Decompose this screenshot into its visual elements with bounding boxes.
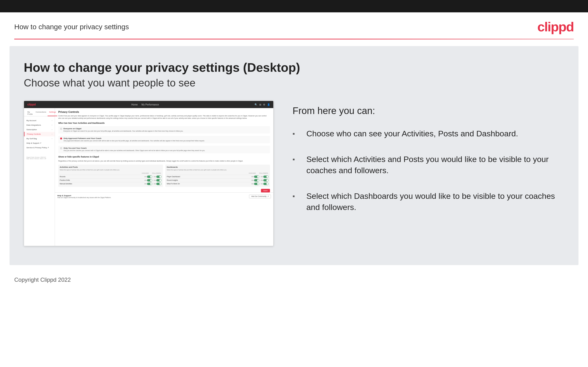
practice-drills-toggles: ON ON bbox=[144, 179, 162, 182]
privacy-controls-title: Privacy Controls bbox=[58, 110, 270, 113]
page-title: How to change your privacy settings bbox=[14, 23, 129, 31]
app-sidebar: My Profile Connections Settings My Accou… bbox=[24, 108, 55, 246]
app-screenshot: clippd Home My Performance 🔍 ⊞ ⚙ 👤 bbox=[24, 101, 274, 246]
help-title: Help & Support bbox=[57, 195, 111, 197]
practice-drills-coaches-toggle[interactable]: ON bbox=[144, 179, 152, 182]
player-followers-switch[interactable] bbox=[263, 175, 268, 178]
save-row: Save bbox=[58, 189, 270, 192]
what-coaches-switch[interactable] bbox=[254, 183, 259, 185]
radio-label-everyone: Everyone on Clippd bbox=[63, 128, 268, 130]
sidebar-item-privacy-controls[interactable]: Privacy Controls › bbox=[24, 132, 55, 136]
player-dashboard-toggles: ON ON bbox=[251, 175, 268, 178]
app-nav-icons: 🔍 ⊞ ⚙ 👤 bbox=[254, 103, 270, 106]
sidebar-label-service-privacy: Service & Privacy Policy ↗ bbox=[26, 147, 49, 149]
top-bar bbox=[0, 0, 588, 12]
toggle-row-rounds: Rounds ON ON bbox=[60, 175, 162, 178]
radio-option-everyone[interactable]: Everyone on Clippd Everyone on Clippd ca… bbox=[58, 126, 270, 133]
bullet-text-1: Choose who can see your Activities, Post… bbox=[306, 128, 518, 139]
rounds-coaches-switch[interactable] bbox=[147, 175, 152, 178]
help-description: Visit our Clippd community to troublesho… bbox=[57, 197, 111, 198]
player-dashboard-label: Player Dashboard bbox=[167, 176, 251, 177]
radio-label-approved: Only Approved Followers and Your Coach bbox=[63, 137, 268, 139]
sidebar-item-my-account[interactable]: My Account › bbox=[24, 118, 55, 123]
round-insights-followers-toggle[interactable]: ON bbox=[261, 179, 268, 182]
what-coaches-toggle[interactable]: ON bbox=[251, 183, 259, 185]
sidebar-item-my-golf-bag[interactable]: My Golf Bag › bbox=[24, 136, 55, 141]
header-divider bbox=[14, 39, 574, 39]
from-here-heading: From here you can: bbox=[293, 106, 564, 116]
round-coaches-switch[interactable] bbox=[254, 179, 259, 182]
radio-text-everyone: Everyone on Clippd Everyone on Clippd ca… bbox=[63, 128, 268, 132]
header: How to change your privacy settings clip… bbox=[0, 12, 588, 39]
sidebar-item-service-privacy[interactable]: Service & Privacy Policy ↗ bbox=[24, 145, 55, 150]
main-subheading: Choose what you want people to see bbox=[24, 77, 564, 89]
activities-posts-title: Activities and Posts bbox=[60, 166, 162, 168]
tab-connections[interactable]: Connections bbox=[34, 110, 48, 116]
chevron-icon: › bbox=[52, 119, 52, 122]
sidebar-label-my-account: My Account bbox=[26, 119, 36, 122]
help-section: Help & Support Visit our Clippd communit… bbox=[55, 192, 273, 200]
chevron-icon: › bbox=[52, 133, 52, 135]
external-link-icon: ↗ bbox=[267, 195, 269, 197]
main-content: How to change your privacy settings (Des… bbox=[9, 46, 579, 265]
sidebar-item-help-support[interactable]: Help & Support ↗ bbox=[24, 141, 55, 145]
save-button[interactable]: Save bbox=[261, 189, 270, 192]
sidebar-item-subscription[interactable]: Subscription › bbox=[24, 127, 55, 132]
sidebar-label-data-integrations: Data Integrations bbox=[26, 124, 41, 126]
visit-community-button[interactable]: Visit Our Community ↗ bbox=[249, 195, 271, 198]
manual-coaches-switch[interactable] bbox=[147, 183, 152, 185]
sidebar-tabs: My Profile Connections Settings bbox=[24, 110, 55, 117]
sidebar-label-privacy-controls: Privacy Controls bbox=[27, 133, 41, 135]
round-insights-coaches-toggle[interactable]: ON bbox=[251, 179, 259, 182]
radio-dot-everyone bbox=[60, 128, 62, 130]
manual-followers-toggle[interactable]: ON bbox=[154, 183, 162, 185]
toggle-row-what-to-work-on: What To Work On ON ON bbox=[167, 182, 268, 185]
player-dashboard-coaches-toggle[interactable]: ON bbox=[251, 175, 259, 178]
practice-coaches-switch[interactable] bbox=[147, 179, 152, 182]
radio-label-only-you: Only You and Your Coach bbox=[63, 147, 268, 149]
tab-my-profile[interactable]: My Profile bbox=[26, 110, 34, 116]
settings-icon[interactable]: ⚙ bbox=[263, 103, 265, 106]
round-followers-switch[interactable] bbox=[263, 179, 268, 182]
radio-dot-approved bbox=[60, 138, 62, 139]
two-column-layout: clippd Home My Performance 🔍 ⊞ ⚙ 👤 bbox=[24, 101, 564, 246]
bullet-item-2: Select which Activities and Posts you wo… bbox=[293, 154, 564, 176]
nav-home[interactable]: Home bbox=[131, 103, 138, 106]
manual-coaches-toggle[interactable]: ON bbox=[144, 183, 152, 185]
copyright-text: Copyright Clippd 2022 bbox=[14, 276, 71, 283]
player-dashboard-followers-toggle[interactable]: ON bbox=[261, 175, 268, 178]
app-nav-links: Home My Performance bbox=[131, 103, 159, 106]
search-icon[interactable]: 🔍 bbox=[254, 103, 257, 106]
sidebar-label-subscription: Subscription bbox=[26, 128, 37, 131]
rounds-followers-switch[interactable] bbox=[156, 175, 162, 178]
activities-posts-table: Activities and Posts Select the types of… bbox=[58, 165, 163, 187]
grid-icon[interactable]: ⊞ bbox=[259, 103, 261, 106]
practice-drills-label: Practice Drills bbox=[60, 179, 144, 181]
rounds-label: Rounds bbox=[60, 176, 144, 177]
activities-header-row: COACHES FOLLOWERS bbox=[60, 172, 162, 174]
sidebar-label-help-support: Help & Support ↗ bbox=[26, 142, 41, 144]
rounds-followers-toggle[interactable]: ON bbox=[154, 175, 162, 178]
player-coaches-switch[interactable] bbox=[254, 175, 259, 178]
radio-option-approved[interactable]: Only Approved Followers and Your Coach O… bbox=[58, 136, 270, 143]
nav-my-performance[interactable]: My Performance bbox=[141, 103, 159, 106]
what-followers-toggle[interactable]: ON bbox=[261, 183, 268, 185]
round-insights-label: Round Insights bbox=[167, 179, 251, 181]
rounds-coaches-toggle[interactable]: ON bbox=[144, 175, 152, 178]
radio-desc-approved: Only approved followers and coaches you … bbox=[63, 140, 268, 142]
app-logo: clippd bbox=[27, 103, 36, 106]
sidebar-item-data-integrations[interactable]: Data Integrations › bbox=[24, 123, 55, 127]
practice-followers-switch[interactable] bbox=[156, 179, 162, 182]
sidebar-label-my-golf-bag: My Golf Bag bbox=[26, 138, 37, 140]
sidebar-version: Clippd Client Version: 2022.8.2SQL Serve… bbox=[24, 155, 55, 161]
toggle-row-manual-activities: Manual Activities ON ON bbox=[60, 182, 162, 185]
dashboards-desc: Select the types of activity that you'd … bbox=[167, 169, 268, 171]
what-followers-switch[interactable] bbox=[263, 183, 268, 185]
activities-posts-desc: Select the types of activity that you'd … bbox=[60, 169, 162, 171]
user-icon[interactable]: 👤 bbox=[267, 103, 270, 106]
practice-drills-followers-toggle[interactable]: ON bbox=[154, 179, 162, 182]
radio-option-only-you[interactable]: Only You and Your Coach Only you and the… bbox=[58, 146, 270, 153]
manual-followers-switch[interactable] bbox=[156, 183, 162, 185]
help-text-block: Help & Support Visit our Clippd communit… bbox=[57, 195, 111, 198]
chevron-icon: › bbox=[52, 138, 52, 140]
